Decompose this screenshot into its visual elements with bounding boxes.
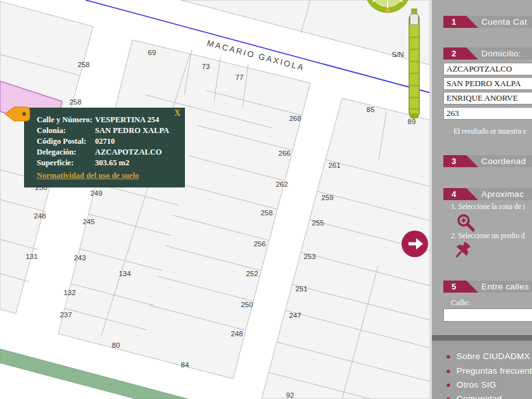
section-header-cuenta-catastral[interactable]: 1 Cuenta Cat bbox=[443, 16, 532, 28]
ciudadmx-gis-window: MACARIO GAXIOLA 258697377S/N258268858926… bbox=[0, 0, 532, 399]
footer-links: ● Sobre CIUDADMX ● Preguntas frecuent ● … bbox=[432, 341, 532, 399]
parcel-number-label: S/N bbox=[391, 51, 403, 58]
calle-field-label: Calle: bbox=[451, 298, 470, 308]
parcel-number-label: 245 bbox=[82, 218, 94, 225]
parcel-number-label: 250 bbox=[241, 301, 253, 308]
parcel-blocks bbox=[0, 0, 429, 399]
footer-divider bbox=[432, 335, 532, 341]
footer-link-preguntas[interactable]: ● Preguntas frecuent bbox=[446, 366, 532, 376]
parcel-number-label: 252 bbox=[246, 270, 258, 277]
step2-instruction: 2. Seleccione un predio d bbox=[451, 232, 525, 239]
parcel-number-label: 131 bbox=[25, 253, 37, 260]
section-number-badge: 2 bbox=[443, 48, 478, 60]
parcel-number-label: 261 bbox=[328, 162, 340, 169]
search-panel: 1 Cuenta Cat 2 Domicilio: El resultado s… bbox=[432, 0, 532, 399]
section-header-entre-calles[interactable]: 5 Entre calles bbox=[443, 281, 532, 293]
parcel-number-label: 89 bbox=[408, 118, 416, 125]
popup-row-codigo-postal: Código Postal: 02710 bbox=[37, 136, 185, 147]
arrow-right-icon bbox=[402, 231, 428, 257]
popup-row-superficie: Superficie: 303.65 m2 bbox=[37, 158, 185, 168]
parcel-number-label: 243 bbox=[73, 254, 86, 262]
section-title: Aproximac bbox=[478, 189, 524, 199]
section-title: Entre calles bbox=[478, 282, 529, 291]
section-number-badge: 4 bbox=[443, 188, 478, 200]
bullet-icon: ● bbox=[446, 394, 451, 399]
parcel-number-label: 248 bbox=[34, 212, 46, 220]
footer-link-otros-sig[interactable]: ● Otros SIG bbox=[446, 380, 497, 390]
parcel-number-label: 256 bbox=[253, 240, 265, 248]
section-header-domicilio[interactable]: 2 Domicilio: bbox=[443, 48, 532, 60]
zoom-slider[interactable] bbox=[409, 9, 419, 119]
section-number-badge: 1 bbox=[443, 16, 478, 28]
selected-parcel-marker-icon bbox=[3, 104, 32, 124]
close-icon[interactable]: X bbox=[174, 108, 180, 118]
parcel-number-label: 134 bbox=[118, 270, 131, 277]
parcel-number-label: 92 bbox=[286, 391, 294, 399]
parcel-number-label: 73 bbox=[202, 63, 210, 70]
parcel-number-label: 248 bbox=[231, 330, 243, 338]
numero-input[interactable] bbox=[443, 107, 532, 120]
delegacion-input[interactable] bbox=[443, 63, 532, 75]
section-title: Domicilio: bbox=[478, 49, 521, 58]
section-title: Cuenta Cat bbox=[478, 17, 527, 27]
parcel-number-label: 259 bbox=[321, 194, 333, 201]
parcel-number-label: 251 bbox=[295, 285, 307, 293]
section-title: Coordenad bbox=[478, 156, 526, 166]
popup-row-calle: Calle y Número: VESPERTINA 254 bbox=[37, 115, 185, 125]
parcel-number-label: 237 bbox=[60, 311, 72, 319]
select-parcel-pin-icon[interactable] bbox=[453, 241, 478, 267]
section-header-coordenadas[interactable]: 3 Coordenad bbox=[443, 155, 532, 167]
step1-instruction: 1. Seleccione la zona de i bbox=[451, 203, 525, 210]
parcel-number-label: 249 bbox=[90, 189, 102, 197]
parcel-number-label: 268 bbox=[289, 115, 301, 122]
section-number-badge: 5 bbox=[443, 281, 478, 293]
zoom-in-tool-icon[interactable] bbox=[456, 213, 476, 233]
normatividad-link[interactable]: Normatividad del uso de suelo bbox=[37, 171, 139, 180]
zoom-slider-handle[interactable] bbox=[410, 14, 419, 25]
parcel-info-popup: X Calle y Número: VESPERTINA 254 Colonia… bbox=[24, 108, 185, 187]
section-header-aproximacion[interactable]: 4 Aproximac bbox=[443, 188, 532, 200]
parcel-number-label: 258 bbox=[260, 209, 272, 217]
footer-link-comunidad[interactable]: ● Comunidad bbox=[446, 394, 502, 399]
parcel-number-label: 258 bbox=[69, 98, 81, 106]
result-note: El resultado se muestra e bbox=[453, 127, 526, 135]
calle-input[interactable] bbox=[443, 92, 532, 104]
parcel-number-label: 255 bbox=[312, 219, 324, 227]
expand-panel-button[interactable] bbox=[402, 231, 428, 257]
bullet-icon: ● bbox=[446, 380, 451, 390]
parcel-number-label: 84 bbox=[181, 361, 189, 369]
parcel-number-label: 80 bbox=[112, 341, 120, 349]
bullet-icon: ● bbox=[446, 366, 451, 376]
popup-row-colonia: Colonia: SAN PEDRO XALPA bbox=[37, 125, 185, 136]
parcel-number-label: 253 bbox=[303, 253, 315, 260]
section-number-badge: 3 bbox=[443, 155, 478, 167]
parcel-number-label: 69 bbox=[148, 49, 156, 56]
parcel-number-label: 262 bbox=[276, 180, 288, 188]
map-canvas[interactable]: MACARIO GAXIOLA 258697377S/N258268858926… bbox=[0, 0, 429, 399]
parcel-number-label: 85 bbox=[367, 106, 375, 113]
parcel-number-label: 132 bbox=[63, 289, 75, 296]
cadastral-map: MACARIO GAXIOLA 258697377S/N258268858926… bbox=[0, 0, 429, 399]
parcel-number-label: 266 bbox=[278, 149, 290, 157]
entre-calles-input[interactable] bbox=[443, 308, 532, 322]
parcel-number-label: 247 bbox=[289, 312, 301, 319]
footer-link-sobre[interactable]: ● Sobre CIUDADMX bbox=[446, 352, 530, 361]
parcel-number-label: 258 bbox=[77, 61, 89, 68]
bullet-icon: ● bbox=[446, 352, 451, 361]
parcel-number-label: 77 bbox=[236, 73, 244, 81]
popup-row-delegacion: Delegación: AZCAPOTZALCO bbox=[37, 147, 185, 158]
colonia-input[interactable] bbox=[443, 77, 532, 90]
